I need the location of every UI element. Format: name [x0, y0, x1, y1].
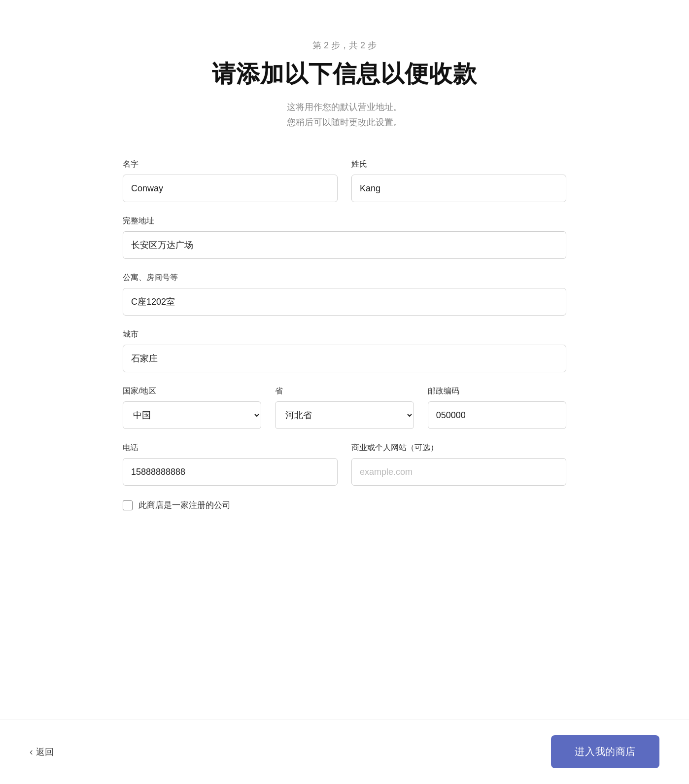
first-name-label: 名字	[123, 159, 338, 170]
phone-label: 电话	[123, 443, 338, 453]
contact-row: 电话 商业或个人网站（可选）	[123, 443, 566, 486]
postal-group: 邮政编码	[428, 386, 566, 429]
step-indicator: 第 2 步，共 2 步	[312, 39, 377, 51]
back-label: 返回	[36, 746, 54, 758]
address-row: 完整地址	[123, 216, 566, 259]
page-title: 请添加以下信息以便收款	[212, 58, 478, 90]
website-group: 商业或个人网站（可选）	[351, 443, 566, 486]
last-name-group: 姓氏	[351, 159, 566, 202]
footer-bar: ‹ 返回 进入我的商店	[0, 719, 689, 784]
address2-input[interactable]	[123, 288, 566, 316]
page-subtitle: 这将用作您的默认营业地址。 您稍后可以随时更改此设置。	[287, 100, 402, 130]
address-label: 完整地址	[123, 216, 566, 226]
address-group: 完整地址	[123, 216, 566, 259]
registered-company-label: 此商店是一家注册的公司	[138, 499, 231, 511]
registered-company-checkbox[interactable]	[123, 500, 133, 510]
postal-label: 邮政编码	[428, 386, 566, 396]
country-group: 国家/地区 中国 美国 日本	[123, 386, 261, 429]
website-label: 商业或个人网站（可选）	[351, 443, 566, 453]
postal-input[interactable]	[428, 401, 566, 429]
city-group: 城市	[123, 329, 566, 372]
registered-company-row: 此商店是一家注册的公司	[123, 499, 566, 511]
city-row: 城市	[123, 329, 566, 372]
last-name-label: 姓氏	[351, 159, 566, 170]
address2-group: 公寓、房间号等	[123, 273, 566, 316]
last-name-input[interactable]	[351, 175, 566, 202]
submit-button[interactable]: 进入我的商店	[551, 735, 659, 768]
first-name-group: 名字	[123, 159, 338, 202]
address2-label: 公寓、房间号等	[123, 273, 566, 283]
chevron-left-icon: ‹	[30, 746, 33, 757]
form-container: 名字 姓氏 完整地址 公寓、房间号等	[123, 159, 566, 531]
country-select[interactable]: 中国 美国 日本	[123, 401, 261, 429]
province-group: 省 河北省 北京市 上海市	[275, 386, 413, 429]
province-label: 省	[275, 386, 413, 396]
address2-row: 公寓、房间号等	[123, 273, 566, 316]
first-name-input[interactable]	[123, 175, 338, 202]
website-input[interactable]	[351, 458, 566, 486]
country-label: 国家/地区	[123, 386, 261, 396]
location-row: 国家/地区 中国 美国 日本 省 河北省 北京市 上海市	[123, 386, 566, 429]
address-input[interactable]	[123, 231, 566, 259]
name-row: 名字 姓氏	[123, 159, 566, 202]
city-input[interactable]	[123, 345, 566, 372]
city-label: 城市	[123, 329, 566, 340]
province-select[interactable]: 河北省 北京市 上海市	[275, 401, 413, 429]
phone-group: 电话	[123, 443, 338, 486]
back-button[interactable]: ‹ 返回	[30, 742, 54, 762]
phone-input[interactable]	[123, 458, 338, 486]
